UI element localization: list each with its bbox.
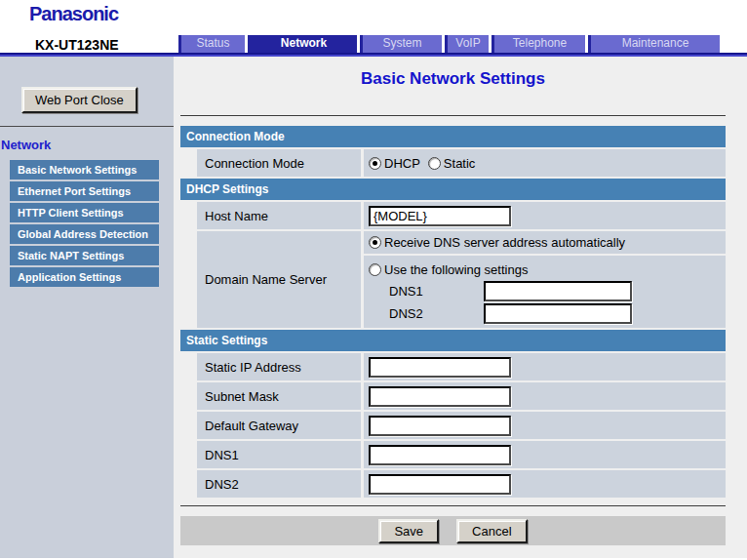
section-header-connection-mode: Connection Mode [180, 126, 726, 147]
default-gateway-label: Default Gateway [197, 412, 361, 439]
host-name-value [364, 202, 726, 229]
static-dns1-input[interactable] [369, 445, 511, 465]
static-dns1-label: DNS1 [197, 441, 361, 468]
top-rule [180, 115, 726, 116]
tab-telephone[interactable]: Telephone [491, 35, 585, 53]
connection-mode-value: DHCP Static [364, 149, 726, 177]
dhcp-dns2-label: DNS2 [389, 306, 484, 321]
dhcp-dns1-label: DNS1 [389, 284, 484, 299]
sidebar-item-basic-network-settings[interactable]: Basic Network Settings [10, 160, 159, 180]
sidebar-item-http-client-settings[interactable]: HTTP Client Settings [10, 203, 159, 222]
tab-network[interactable]: Network [248, 35, 357, 53]
dhcp-radio-label: DHCP [384, 156, 420, 171]
static-ip-label: Static IP Address [197, 353, 361, 380]
dhcp-radio[interactable] [369, 157, 381, 170]
static-dns2-input[interactable] [369, 474, 511, 495]
page: Panasonic KX-UT123NE Status Network Syst… [0, 0, 747, 560]
tab-voip[interactable]: VoIP [445, 35, 489, 53]
dhcp-dns2-input[interactable] [484, 303, 632, 324]
dns-manual-option: Use the following settings DNS1 DNS2 [364, 256, 726, 328]
static-ip-input[interactable] [369, 357, 511, 378]
panasonic-logo: Panasonic [29, 3, 118, 25]
static-dns2-label: DNS2 [197, 470, 361, 498]
model-number: KX-UT123NE [35, 37, 119, 53]
tab-bar: Status Network System VoIP Telephone Mai… [178, 35, 720, 53]
domain-name-server-label: Domain Name Server [197, 231, 361, 328]
connection-mode-row: Connection Mode DHCP Static [197, 149, 726, 177]
header: Panasonic KX-UT123NE Status Network Syst… [0, 0, 747, 55]
static-dns1-row: DNS1 [197, 441, 726, 468]
connection-mode-label: Connection Mode [197, 149, 361, 177]
static-ip-row: Static IP Address [197, 353, 726, 380]
dns-auto-radio[interactable] [369, 236, 381, 249]
static-radio-label: Static [444, 156, 476, 171]
static-radio[interactable] [428, 157, 441, 170]
page-title: Basic Network Settings [180, 69, 726, 89]
dns-auto-radio-label: Receive DNS server address automatically [384, 235, 625, 250]
button-bar: Save Cancel [180, 516, 726, 545]
default-gateway-input[interactable] [369, 416, 511, 436]
section-header-static-settings: Static Settings [180, 330, 726, 351]
subnet-mask-row: Subnet Mask [197, 382, 726, 410]
section-header-dhcp-settings: DHCP Settings [180, 179, 726, 200]
sidebar-item-application-settings[interactable]: Application Settings [10, 267, 159, 287]
sidebar-divider [0, 126, 174, 127]
main-panel: Basic Network Settings Connection Mode C… [174, 57, 747, 558]
cancel-button[interactable]: Cancel [456, 519, 527, 543]
default-gateway-row: Default Gateway [197, 412, 726, 439]
tab-system[interactable]: System [360, 35, 442, 53]
sidebar-item-ethernet-port-settings[interactable]: Ethernet Port Settings [10, 181, 159, 201]
sidebar-section-title: Network [1, 138, 174, 152]
dns-manual-radio[interactable] [369, 263, 381, 276]
subnet-mask-label: Subnet Mask [197, 382, 361, 410]
bottom-rule [180, 505, 726, 506]
dns-auto-option: Receive DNS server address automatically [364, 231, 726, 254]
sidebar: Web Port Close Network Basic Network Set… [0, 57, 174, 558]
sidebar-item-static-napt-settings[interactable]: Static NAPT Settings [10, 246, 159, 265]
domain-name-server-row: Domain Name Server Receive DNS server ad… [197, 231, 726, 328]
static-dns2-row: DNS2 [197, 470, 726, 498]
host-name-label: Host Name [197, 202, 361, 229]
dhcp-dns1-input[interactable] [484, 281, 632, 301]
web-port-close-button[interactable]: Web Port Close [21, 87, 138, 113]
subnet-mask-input[interactable] [369, 386, 511, 407]
tab-status[interactable]: Status [178, 35, 245, 53]
save-button[interactable]: Save [378, 519, 439, 543]
host-name-input[interactable] [369, 206, 511, 226]
tab-maintenance[interactable]: Maintenance [588, 35, 720, 53]
sidebar-item-global-address-detection[interactable]: Global Address Detection [10, 224, 159, 244]
host-name-row: Host Name [197, 202, 726, 229]
dns-manual-radio-label: Use the following settings [384, 262, 528, 277]
